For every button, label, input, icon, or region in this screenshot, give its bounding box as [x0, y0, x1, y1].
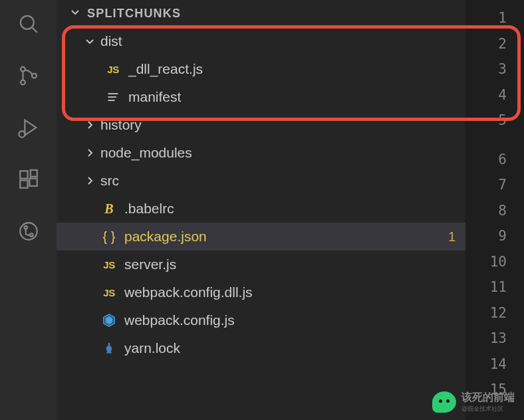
- file-webpack-config[interactable]: webpack.config.js: [57, 306, 466, 334]
- file-label: package.json: [124, 229, 448, 245]
- line-number: 6: [498, 147, 507, 173]
- line-number: 5: [498, 108, 507, 134]
- debug-icon[interactable]: [17, 116, 41, 140]
- line-number: 8: [498, 198, 507, 224]
- svg-line-1: [32, 27, 37, 33]
- file-label: webpack.config.dll.js: [124, 284, 456, 300]
- svg-point-11: [20, 223, 37, 240]
- line-number: 9: [498, 223, 507, 249]
- line-number: 10: [490, 249, 507, 275]
- folder-src[interactable]: src: [57, 167, 466, 195]
- svg-marker-5: [25, 120, 36, 136]
- line-number: 3: [498, 56, 507, 82]
- file-label: .babelrc: [124, 201, 456, 217]
- line-number: 11: [490, 274, 507, 300]
- webpack-file-icon: [100, 312, 118, 329]
- line-number: 14: [490, 352, 507, 377]
- folder-label: dist: [100, 33, 456, 49]
- js-file-icon: JS: [100, 256, 118, 273]
- line-number: 13: [490, 326, 507, 352]
- chevron-right-icon: [83, 120, 96, 130]
- file-label: webpack.config.js: [124, 312, 456, 328]
- watermark-main: 该死的前端: [461, 391, 515, 405]
- svg-rect-9: [29, 179, 37, 186]
- svg-rect-8: [20, 180, 27, 187]
- svg-point-3: [21, 80, 25, 85]
- svg-marker-18: [106, 317, 112, 324]
- file-yarn-lock[interactable]: yarn.lock: [57, 334, 466, 362]
- chevron-down-icon: [83, 36, 96, 47]
- svg-point-12: [24, 226, 27, 229]
- search-icon[interactable]: [17, 12, 41, 36]
- file-manifest[interactable]: manifest: [57, 83, 466, 111]
- line-number: 4: [498, 82, 507, 108]
- file-dll-react-js[interactable]: JS _dll_react.js: [57, 55, 466, 83]
- line-number: 12: [490, 300, 507, 326]
- file-babelrc[interactable]: B .babelrc: [57, 195, 466, 223]
- git-modified-badge: 1: [448, 229, 456, 245]
- svg-rect-10: [30, 170, 37, 177]
- folder-history[interactable]: history: [57, 111, 466, 139]
- js-file-icon: JS: [104, 60, 122, 78]
- watermark-text: 该死的前端 @掘金技术社区: [461, 391, 515, 413]
- extensions-icon[interactable]: [17, 167, 41, 191]
- file-package-json[interactable]: { } package.json 1: [57, 223, 466, 251]
- svg-point-13: [29, 233, 33, 237]
- file-webpack-dll[interactable]: JS webpack.config.dll.js: [57, 278, 466, 306]
- file-label: _dll_react.js: [128, 61, 456, 77]
- line-number: 2: [498, 31, 507, 57]
- file-label: manifest: [128, 89, 456, 105]
- editor-gutter: 1 2 3 4 5 6 7 8 9 10 11 12 13 14 15: [465, 0, 524, 420]
- babel-file-icon: B: [100, 200, 118, 217]
- folder-label: history: [100, 117, 456, 133]
- line-number: 1: [498, 5, 507, 31]
- watermark: 该死的前端 @掘金技术社区: [432, 391, 515, 413]
- file-tree: dist JS _dll_react.js manifest history n…: [57, 27, 466, 362]
- text-file-icon: [104, 88, 122, 106]
- file-server-js[interactable]: JS server.js: [57, 251, 466, 278]
- source-control-icon[interactable]: [17, 64, 41, 88]
- line-number: 7: [498, 172, 507, 198]
- git-branch-icon[interactable]: [17, 219, 41, 243]
- folder-node-modules[interactable]: node_modules: [57, 139, 466, 167]
- yarn-file-icon: [100, 340, 118, 357]
- svg-point-4: [32, 74, 37, 78]
- folder-label: src: [100, 173, 456, 189]
- explorer-title: SPLITCHUNKS: [87, 7, 181, 21]
- file-label: yarn.lock: [124, 340, 456, 356]
- explorer-header[interactable]: SPLITCHUNKS: [57, 0, 466, 27]
- chevron-right-icon: [83, 148, 96, 158]
- wechat-icon: [432, 391, 456, 413]
- watermark-sub: @掘金技术社区: [461, 405, 503, 413]
- js-file-icon: JS: [100, 284, 118, 301]
- activity-bar: [0, 0, 57, 420]
- chevron-right-icon: [83, 175, 96, 186]
- file-label: server.js: [124, 257, 456, 272]
- svg-point-0: [20, 16, 33, 29]
- folder-label: node_modules: [100, 145, 456, 161]
- folder-dist[interactable]: dist: [57, 27, 466, 55]
- svg-rect-7: [20, 171, 27, 178]
- explorer-panel: SPLITCHUNKS dist JS _dll_react.js manife…: [57, 0, 466, 420]
- svg-point-2: [21, 67, 25, 72]
- chevron-down-icon: [70, 7, 80, 21]
- json-file-icon: { }: [100, 228, 118, 245]
